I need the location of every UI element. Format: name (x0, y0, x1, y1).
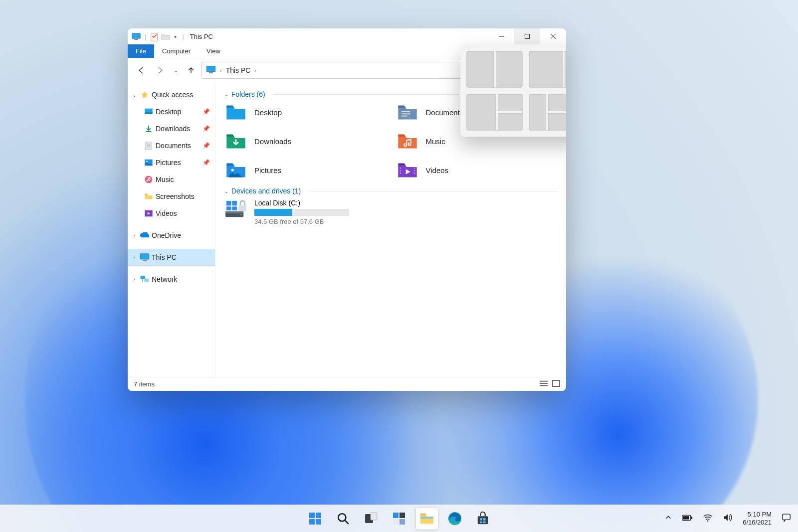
nav-network[interactable]: › Network (128, 271, 215, 288)
breadcrumb-this-pc[interactable]: This PC (226, 66, 251, 74)
taskbar-app-store[interactable] (472, 508, 494, 530)
group-title: Devices and drives (1) (231, 187, 301, 195)
nav-label: Downloads (156, 125, 190, 133)
snap-layout-wide-narrow[interactable] (529, 51, 566, 88)
view-details-button[interactable] (539, 380, 548, 388)
nav-up-button[interactable] (183, 62, 200, 79)
ribbon-tab-computer[interactable]: Computer (154, 44, 199, 58)
nav-history-dropdown[interactable]: ⌄ (171, 62, 181, 79)
nav-quick-access[interactable]: ⌄ Quick access (128, 86, 215, 103)
tray-clock[interactable]: 5:10 PM 6/16/2021 (743, 511, 772, 526)
svg-rect-35 (413, 170, 415, 172)
nav-back-button[interactable] (133, 62, 150, 79)
svg-rect-28 (401, 114, 410, 115)
pin-icon: 📌 (202, 125, 210, 132)
dropdown-icon[interactable]: ▾ (172, 33, 178, 40)
svg-rect-66 (480, 521, 482, 523)
folder-icon[interactable] (161, 33, 170, 40)
folder-item-desktop[interactable]: Desktop (224, 102, 386, 122)
svg-rect-59 (393, 519, 399, 525)
nav-item-downloads[interactable]: Downloads 📌 (128, 120, 215, 137)
svg-rect-40 (226, 201, 231, 206)
svg-rect-57 (393, 513, 399, 518)
svg-rect-72 (783, 514, 791, 520)
nav-item-documents[interactable]: Documents 📌 (128, 137, 215, 154)
nav-label: Videos (156, 209, 177, 217)
svg-rect-42 (226, 206, 231, 210)
nav-onedrive[interactable]: › OneDrive (128, 227, 215, 244)
svg-rect-69 (683, 516, 689, 520)
folder-item-videos[interactable]: Videos (396, 160, 558, 180)
drive-usage-bar (254, 209, 349, 216)
tray-notifications-button[interactable] (782, 513, 791, 524)
maximize-button[interactable] (514, 28, 540, 44)
system-tray: 5:10 PM 6/16/2021 (665, 511, 791, 526)
nav-item-videos[interactable]: Videos (128, 205, 215, 222)
svg-rect-67 (483, 521, 486, 523)
folder-item-downloads[interactable]: Downloads (224, 131, 386, 151)
chevron-right-icon[interactable]: › (131, 277, 138, 282)
snap-layout-half-half[interactable] (466, 51, 523, 88)
onedrive-icon (140, 230, 150, 240)
nav-item-music[interactable]: Music (128, 171, 215, 188)
chevron-right-icon[interactable]: › (220, 67, 222, 73)
snap-layout-left-stack[interactable] (466, 94, 523, 131)
svg-rect-64 (480, 518, 482, 521)
folder-label: Videos (426, 166, 449, 175)
svg-rect-43 (232, 206, 237, 210)
drive-item-c[interactable]: Local Disk (C:) 34.5 GB free of 57.6 GB (224, 199, 557, 225)
svg-rect-29 (401, 116, 407, 117)
close-button[interactable] (540, 28, 566, 44)
svg-rect-51 (309, 519, 315, 525)
chevron-down-icon: ⌄ (224, 92, 228, 97)
desktop-icon (144, 107, 154, 117)
svg-point-71 (707, 520, 709, 522)
tray-volume-icon[interactable] (723, 513, 733, 524)
taskbar-app-edge[interactable] (444, 508, 466, 530)
svg-line-54 (345, 520, 349, 524)
folder-label: Desktop (254, 108, 282, 117)
folder-label: Music (426, 137, 445, 146)
minimize-button[interactable] (488, 28, 514, 44)
taskbar[interactable]: 5:10 PM 6/16/2021 (0, 505, 798, 532)
chevron-right-icon[interactable]: › (254, 67, 256, 73)
svg-rect-70 (691, 516, 693, 519)
taskbar-widgets-button[interactable] (388, 508, 410, 530)
chevron-right-icon[interactable]: › (131, 233, 138, 238)
nav-forward-button[interactable] (152, 62, 169, 79)
svg-point-30 (231, 169, 234, 171)
svg-rect-32 (399, 170, 401, 172)
chevron-right-icon[interactable]: › (131, 255, 138, 260)
properties-icon[interactable] (150, 33, 159, 40)
svg-rect-52 (316, 519, 321, 525)
folder-label: Downloads (254, 137, 291, 146)
group-header-drives[interactable]: ⌄ Devices and drives (1) (224, 187, 557, 195)
view-large-icons-button[interactable] (552, 380, 560, 388)
folder-item-pictures[interactable]: Pictures (224, 160, 386, 180)
taskbar-search-button[interactable] (332, 508, 354, 530)
ribbon-tab-view[interactable]: View (199, 44, 228, 58)
svg-rect-58 (399, 513, 405, 518)
pin-icon: 📌 (202, 159, 210, 166)
svg-point-19 (146, 161, 148, 163)
this-pc-icon[interactable] (132, 33, 141, 40)
titlebar[interactable]: | ▾ | This PC (128, 28, 566, 44)
taskbar-app-file-explorer[interactable] (416, 508, 438, 530)
nav-item-desktop[interactable]: Desktop 📌 (128, 103, 215, 120)
tray-overflow-button[interactable] (665, 514, 672, 523)
tray-wifi-icon[interactable] (703, 514, 713, 523)
nav-this-pc[interactable]: › This PC (128, 249, 215, 266)
taskbar-taskview-button[interactable] (360, 508, 382, 530)
chevron-down-icon[interactable]: ⌄ (131, 92, 138, 98)
pictures-icon (144, 158, 154, 168)
ribbon-tab-file[interactable]: File (128, 44, 154, 58)
nav-item-pictures[interactable]: Pictures 📌 (128, 154, 215, 171)
start-button[interactable] (304, 508, 326, 530)
tray-battery-icon[interactable] (682, 515, 693, 523)
svg-rect-7 (206, 66, 215, 71)
snap-layout-quarters[interactable] (529, 94, 566, 131)
group-title: Folders (6) (231, 90, 265, 98)
nav-item-screenshots[interactable]: Screenshots (128, 188, 215, 205)
svg-rect-60 (399, 519, 405, 525)
svg-rect-4 (525, 34, 530, 39)
